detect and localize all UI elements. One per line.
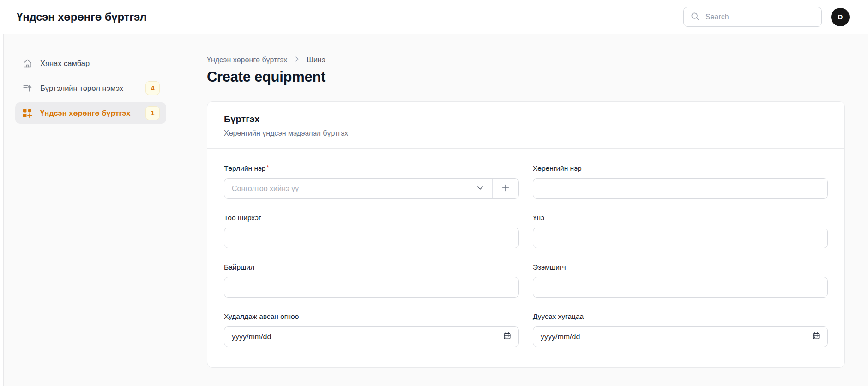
breadcrumb: Үндсэн хөрөнгө бүртгэх Шинэ [207, 55, 845, 65]
expiry-date-input[interactable]: yyyy/mm/dd [533, 326, 828, 347]
field-type-name: Төрлийн нэр* Сонголтоо хийнэ үү [224, 164, 519, 199]
quantity-input[interactable] [224, 228, 519, 248]
form-card: Бүртгэх Хөрөнгийн үндсэн мэдээлэл бүртгэ… [207, 101, 845, 368]
field-label: Төрлийн нэр* [224, 164, 519, 173]
field-label: Байршил [224, 263, 519, 271]
search-icon [690, 12, 699, 23]
grid-plus-icon [22, 108, 33, 119]
sidebar-badge: 4 [145, 81, 160, 95]
search-input[interactable] [705, 12, 815, 22]
sidebar-item-dashboard[interactable]: Хянах самбар [15, 53, 166, 74]
field-purchase-date: Худалдаж авсан огноо yyyy/mm/dd [224, 312, 519, 347]
field-label: Хөрөнгийн нэр [533, 164, 828, 173]
surface: Хянах самбар Бүртэлийн төрөл нэмэх 4 [3, 34, 868, 386]
card-header: Бүртгэх Хөрөнгийн үндсэн мэдээлэл бүртгэ… [207, 102, 844, 148]
owner-input[interactable] [533, 277, 828, 298]
field-owner: Эзэмшигч [533, 263, 828, 298]
sidebar-item-add-registration-type[interactable]: Бүртэлийн төрөл нэмэх 4 [15, 78, 166, 99]
app-title: Үндсэн хөрөнгө бүртгэл [17, 11, 146, 24]
page-title: Create equipment [207, 69, 845, 85]
avatar[interactable]: D [831, 8, 850, 26]
breadcrumb-current: Шинэ [307, 56, 326, 64]
sidebar-badge: 1 [145, 106, 160, 120]
field-label: Үнэ [533, 214, 828, 222]
chevron-right-icon [293, 55, 301, 65]
field-asset-name: Хөрөнгийн нэр [533, 164, 828, 199]
card-title: Бүртгэх [224, 114, 828, 125]
select-placeholder: Сонголтоо хийнэ үү [232, 185, 476, 193]
field-price: Үнэ [533, 214, 828, 248]
location-input[interactable] [224, 277, 519, 298]
field-quantity: Тоо ширхэг [224, 214, 519, 248]
date-format-text: yyyy/mm/dd [232, 333, 271, 341]
sidebar-item-asset-register[interactable]: Үндсэн хөрөнгө бүртгэх 1 [15, 102, 166, 124]
top-header: Үндсэн хөрөнгө бүртгэл D [0, 0, 868, 34]
breadcrumb-parent[interactable]: Үндсэн хөрөнгө бүртгэх [207, 56, 287, 64]
field-label: Эзэмшигч [533, 263, 828, 271]
header-right: D [683, 7, 850, 27]
purchase-date-input[interactable]: yyyy/mm/dd [224, 326, 519, 347]
field-location: Байршил [224, 263, 519, 298]
form-grid: Төрлийн нэр* Сонголтоо хийнэ үү [224, 164, 828, 347]
list-arrow-up-icon [22, 83, 33, 94]
type-select[interactable]: Сонголтоо хийнэ үү [224, 179, 492, 198]
calendar-icon[interactable] [812, 331, 820, 342]
sidebar-item-label: Үндсэн хөрөнгө бүртгэх [40, 109, 130, 118]
field-label: Дуусах хугацаа [533, 312, 828, 321]
home-icon [22, 58, 33, 69]
main-content: Үндсэн хөрөнгө бүртгэх Шинэ Create equip… [171, 34, 868, 386]
calendar-icon[interactable] [503, 331, 512, 342]
price-input[interactable] [533, 228, 828, 248]
card-body: Төрлийн нэр* Сонголтоо хийнэ үү [207, 149, 844, 367]
field-label-text: Төрлийн нэр [224, 164, 266, 172]
app-shell: Үндсэн хөрөнгө бүртгэл D [0, 0, 868, 390]
search-box[interactable] [683, 7, 822, 27]
asset-name-input[interactable] [533, 178, 828, 199]
chevron-down-icon [476, 183, 485, 194]
field-label: Худалдаж авсан огноо [224, 312, 519, 321]
field-expiry-date: Дуусах хугацаа yyyy/mm/dd [533, 312, 828, 347]
field-label: Тоо ширхэг [224, 214, 519, 222]
card-subtitle: Хөрөнгийн үндсэн мэдээлэл бүртгэх [224, 129, 828, 138]
plus-icon [500, 183, 511, 194]
sidebar-item-label: Бүртэлийн төрөл нэмэх [40, 84, 123, 93]
sidebar-item-label: Хянах самбар [40, 59, 90, 68]
body-frame: Хянах самбар Бүртэлийн төрөл нэмэх 4 [0, 34, 868, 390]
date-format-text: yyyy/mm/dd [541, 333, 580, 341]
required-asterisk: * [267, 164, 269, 171]
sidebar: Хянах самбар Бүртэлийн төрөл нэмэх 4 [4, 34, 171, 386]
add-type-button[interactable] [493, 179, 518, 198]
type-select-group: Сонголтоо хийнэ үү [224, 178, 519, 199]
